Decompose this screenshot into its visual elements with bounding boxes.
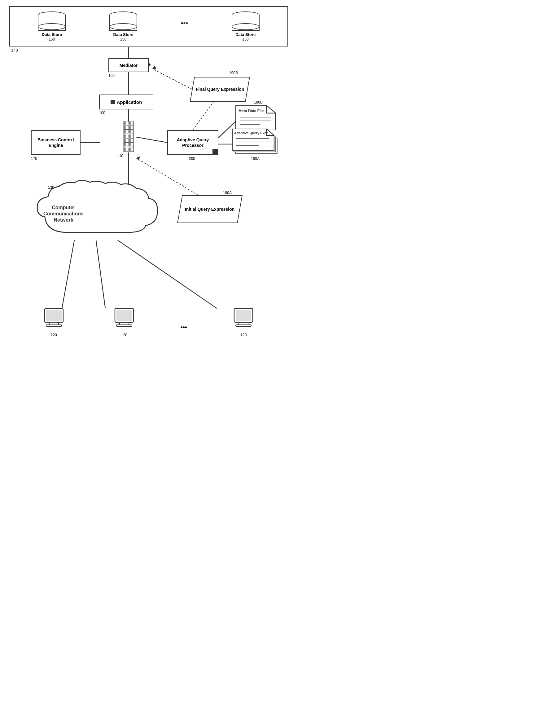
application-box: Application [99,95,153,109]
application-label: Application [117,99,142,105]
aqp-box: Adaptive Query Processor [167,130,218,155]
bce-label: Business Context Engine [32,137,80,148]
workstation-number-2: 120 [121,333,127,337]
mediator-label: Mediator [120,63,138,68]
svg-rect-95 [117,325,132,326]
svg-rect-90 [49,322,59,325]
svg-line-14 [118,240,217,308]
svg-rect-97 [236,310,251,321]
server-icon [121,121,136,152]
iqe-shape: Initial Query Expression [177,195,243,223]
svg-line-6 [193,102,214,130]
svg-rect-91 [46,325,62,326]
aqe-docs-icon: Adaptive Query Expr [232,129,279,155]
mediator-number: 160 [108,73,115,78]
data-store-2: Data Store 150 [109,11,137,42]
ds-label-3: Data Store [236,32,256,37]
workstation-3: 120 [230,307,258,337]
svg-text:Network: Network [54,217,73,223]
fqe-label: Final Query Expression [196,86,244,92]
aqp-number: 200 [189,157,195,161]
workstation-icon-1 [40,307,68,332]
svg-rect-89 [46,310,62,321]
svg-line-12 [62,240,74,308]
svg-text:Computer: Computer [52,205,75,210]
workstation-number-1: 120 [51,333,57,337]
ds-number-1: 150 [49,37,55,42]
fqe-shape: Final Query Expression [190,77,250,102]
cylinder-icon-3 [232,11,260,32]
iqe-label: Initial Query Expression [185,206,235,212]
svg-marker-16 [136,156,140,161]
ds-number-3: 150 [243,37,249,42]
data-store-dots: ••• [181,19,188,27]
svg-text:Meta-Data File: Meta-Data File [239,109,264,113]
fqe-number: 190B [229,71,238,75]
cloud-icon: Computer Communications Network [31,180,164,242]
meta-doc-icon: Meta-Data File [236,105,276,130]
application-number: 100 [99,111,105,115]
iqe-number: 190A [223,191,232,195]
svg-line-5 [136,137,167,143]
ds-label-1: Data Store [42,32,62,37]
cylinder-icon-1 [38,11,66,32]
data-store-1: Data Store 150 [38,11,66,42]
svg-text:Adaptive Query Expr: Adaptive Query Expr [234,131,268,135]
workstation-dots: ••• [181,324,187,331]
svg-rect-93 [117,310,132,321]
svg-rect-98 [239,322,248,325]
svg-line-8 [152,69,192,89]
meta-number: 180B [254,100,263,104]
bce-box: Business Context Engine [31,130,81,155]
data-store-group: Data Store 150 Data Store 150 ••• Data S… [9,6,288,46]
aqe-number: 180A [251,157,260,161]
workstation-2: 120 [110,307,138,337]
svg-line-13 [96,240,105,308]
diagram: Data Store 150 Data Store 150 ••• Data S… [0,0,297,364]
app-icon [111,100,115,104]
bce-number: 170 [31,157,37,161]
workstation-icon-2 [110,307,138,332]
svg-rect-94 [120,322,129,325]
ds-number-2: 150 [120,37,126,42]
cylinder-icon-2 [109,11,137,32]
aqp-label: Adaptive Query Processor [168,137,218,148]
mediator-box: Mediator [108,58,149,72]
svg-rect-99 [236,325,251,326]
ds-label-2: Data Store [113,32,134,37]
svg-marker-9 [152,65,156,69]
svg-text:Communications: Communications [43,211,84,216]
workstation-icon-3 [230,307,258,332]
workstations-row: 120 120 ••• 120 [19,307,279,337]
server-number: 110 [117,154,123,158]
ds-group-number: 140 [11,48,18,53]
data-store-3: Data Store 150 [232,11,260,42]
workstation-number-3: 120 [240,333,247,337]
workstation-1: 120 [40,307,68,337]
